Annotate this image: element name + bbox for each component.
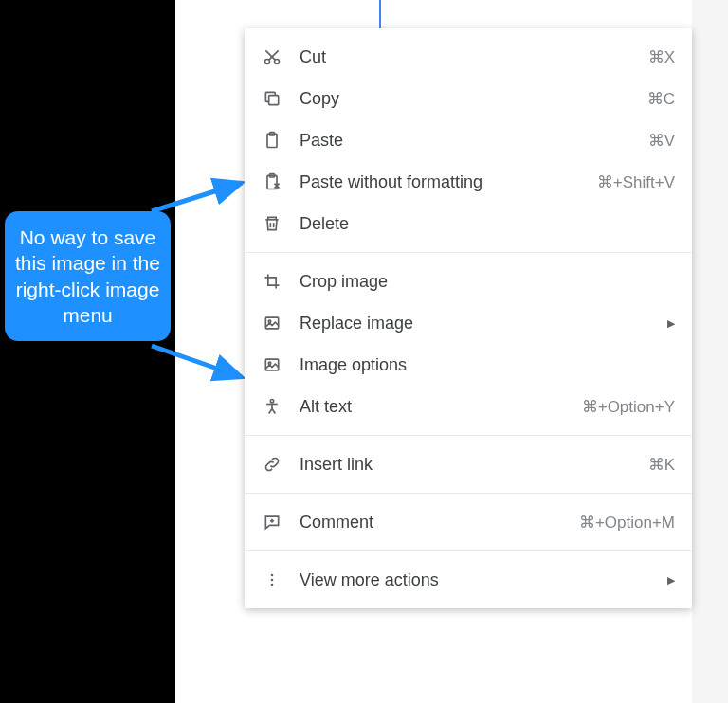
menu-label: Crop image xyxy=(300,272,675,292)
menu-item-paste-without-formatting[interactable]: Paste without formatting ⌘+Shift+V xyxy=(245,161,692,203)
blurred-document-content xyxy=(190,123,251,407)
menu-item-alt-text[interactable]: Alt text ⌘+Option+Y xyxy=(245,386,692,427)
comment-icon xyxy=(262,512,282,532)
menu-item-cut[interactable]: Cut ⌘X xyxy=(245,36,692,78)
more-vertical-icon xyxy=(262,569,282,590)
svg-point-23 xyxy=(271,579,274,582)
paste-plain-icon xyxy=(262,171,282,192)
submenu-arrow-icon: ▶ xyxy=(667,574,675,586)
crop-icon xyxy=(262,271,282,292)
svg-rect-6 xyxy=(269,96,279,105)
menu-separator xyxy=(245,493,692,494)
menu-item-paste[interactable]: Paste ⌘V xyxy=(245,119,692,161)
annotation-callout-text: No way to save this image in the right-c… xyxy=(15,226,160,326)
image-icon xyxy=(262,313,282,333)
menu-shortcut: ⌘V xyxy=(648,131,675,151)
svg-point-22 xyxy=(271,574,274,577)
menu-item-replace-image[interactable]: Replace image ▶ xyxy=(245,302,692,344)
menu-item-comment[interactable]: Comment ⌘+Option+M xyxy=(245,501,692,543)
menu-separator xyxy=(245,550,692,551)
svg-point-19 xyxy=(270,400,273,403)
annotation-callout: No way to save this image in the right-c… xyxy=(5,211,171,341)
svg-point-24 xyxy=(271,584,274,586)
cut-icon xyxy=(262,46,282,67)
menu-label: Alt text xyxy=(300,397,582,417)
menu-label: Replace image xyxy=(300,314,660,333)
menu-item-image-options[interactable]: Image options xyxy=(245,344,692,386)
menu-label: Cut xyxy=(300,47,648,67)
svg-point-3 xyxy=(275,60,280,64)
menu-shortcut: ⌘+Shift+V xyxy=(597,172,675,192)
menu-shortcut: ⌘+Option+Y xyxy=(582,397,675,417)
link-icon xyxy=(262,454,282,475)
menu-item-copy[interactable]: Copy ⌘C xyxy=(245,78,692,119)
menu-label: Copy xyxy=(300,89,647,109)
menu-item-insert-link[interactable]: Insert link ⌘K xyxy=(245,443,692,485)
sidebar-black-background xyxy=(0,0,175,703)
menu-label: Paste xyxy=(300,131,648,151)
paste-icon xyxy=(262,130,282,151)
image-icon xyxy=(262,354,282,375)
menu-label: Insert link xyxy=(300,455,648,475)
text-cursor-indicator xyxy=(379,0,381,28)
menu-separator xyxy=(245,435,692,436)
menu-label: Paste without formatting xyxy=(300,172,597,192)
menu-shortcut: ⌘+Option+M xyxy=(579,513,675,532)
menu-item-crop-image[interactable]: Crop image xyxy=(245,261,692,302)
menu-separator xyxy=(245,252,692,253)
copy-icon xyxy=(262,88,282,109)
context-menu: Cut ⌘X Copy ⌘C Paste ⌘V Paste without fo… xyxy=(245,28,692,608)
menu-label: View more actions xyxy=(300,570,660,590)
menu-shortcut: ⌘C xyxy=(647,89,675,109)
svg-point-2 xyxy=(265,60,270,64)
menu-shortcut: ⌘K xyxy=(648,455,675,475)
menu-shortcut: ⌘X xyxy=(648,47,675,67)
menu-label: Image options xyxy=(300,355,675,375)
menu-item-view-more-actions[interactable]: View more actions ▶ xyxy=(245,559,692,601)
menu-label: Comment xyxy=(300,513,579,532)
menu-label: Delete xyxy=(300,214,675,234)
accessibility-icon xyxy=(262,396,282,417)
delete-icon xyxy=(262,213,282,234)
submenu-arrow-icon: ▶ xyxy=(667,317,675,330)
menu-item-delete[interactable]: Delete xyxy=(245,203,692,244)
